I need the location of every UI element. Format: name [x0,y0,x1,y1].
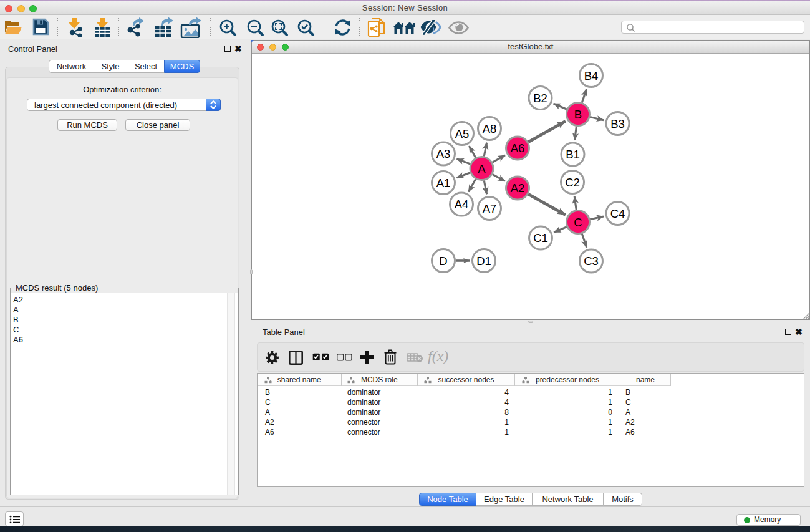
svg-text:C3: C3 [584,254,599,268]
svg-text:A: A [478,162,486,175]
svg-text:A1: A1 [436,177,451,190]
svg-text:C1: C1 [533,231,548,244]
svg-text:B2: B2 [533,92,547,105]
svg-text:C4: C4 [610,207,625,220]
svg-text:A3: A3 [436,147,451,160]
svg-text:A8: A8 [483,122,497,135]
svg-text:A4: A4 [455,198,469,211]
svg-text:B3: B3 [610,117,625,130]
svg-text:A6: A6 [511,142,525,155]
svg-text:B4: B4 [584,69,599,82]
svg-text:C2: C2 [565,176,580,189]
svg-text:B1: B1 [566,148,580,161]
svg-text:A2: A2 [511,181,525,195]
svg-text:D: D [439,254,447,268]
svg-text:B: B [574,108,582,121]
svg-text:D1: D1 [476,254,491,268]
svg-text:A7: A7 [483,202,497,215]
svg-text:A5: A5 [455,127,470,140]
svg-text:C: C [574,216,582,229]
